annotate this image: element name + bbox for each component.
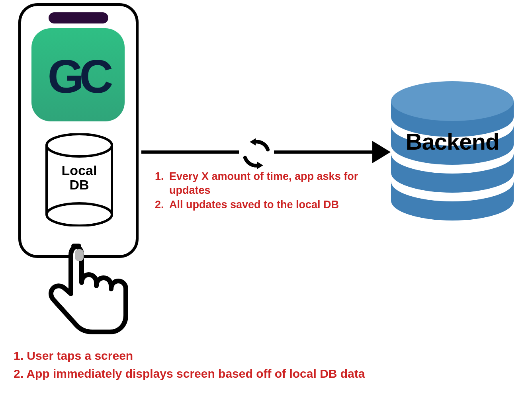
user-step-item: 2. App immediately displays screen based… xyxy=(14,366,365,382)
sync-steps-list: Every X amount of time, app asks for upd… xyxy=(153,170,368,213)
phone-outline: GC Local DB xyxy=(18,3,139,258)
svg-marker-3 xyxy=(257,162,263,169)
local-db-label-line-1: Local xyxy=(62,163,97,178)
backend-database-icon: Backend xyxy=(389,81,516,224)
svg-point-15 xyxy=(391,81,514,121)
local-db-cylinder-icon: Local DB xyxy=(44,133,114,226)
svg-rect-1 xyxy=(75,249,84,261)
phone-notch xyxy=(49,12,108,23)
sync-icon xyxy=(239,136,274,171)
app-icon: GC xyxy=(31,28,125,121)
svg-point-0 xyxy=(47,134,112,156)
backend-label: Backend xyxy=(389,128,516,155)
sync-arrow-head xyxy=(372,141,391,163)
tap-hand-icon xyxy=(44,239,131,334)
user-steps-list: 1. User taps a screen 2. App immediately… xyxy=(14,348,365,383)
app-icon-text: GC xyxy=(48,49,109,103)
sync-step-item: Every X amount of time, app asks for upd… xyxy=(167,170,368,197)
sync-step-item: All updates saved to the local DB xyxy=(167,198,368,212)
local-db-label-line-2: DB xyxy=(69,177,89,192)
user-step-item: 1. User taps a screen xyxy=(14,348,365,364)
svg-marker-2 xyxy=(250,138,256,145)
